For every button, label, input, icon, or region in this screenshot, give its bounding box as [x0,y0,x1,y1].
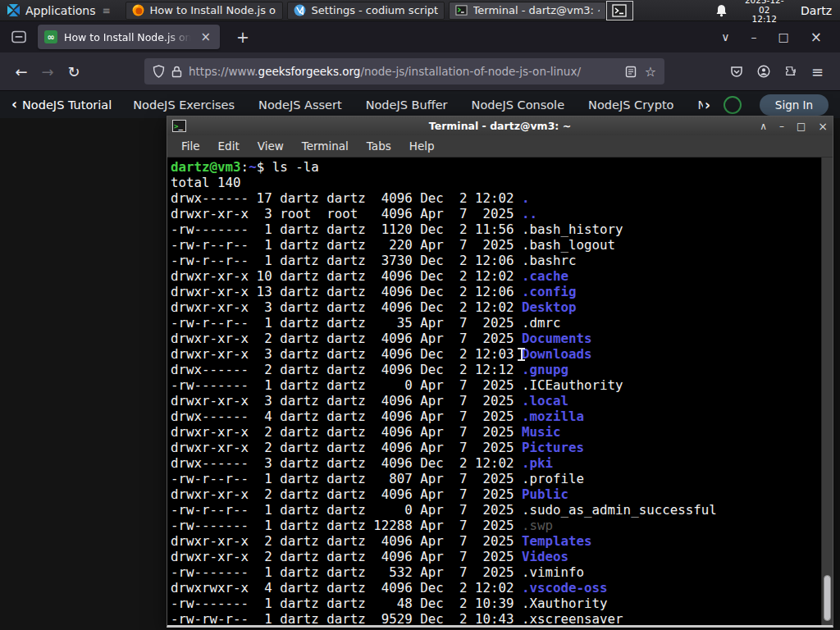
site-nav-link[interactable]: NodeJS Exercises [133,98,235,112]
ls-output-row: drwx------ 2 dartz dartz 4096 Dec 2 12:1… [171,362,819,377]
minimize-icon[interactable]: – [751,30,757,43]
ls-output-row: drwx------ 3 dartz dartz 4096 Dec 2 12:0… [171,455,819,471]
applications-menu-button[interactable]: Applications ≡ [0,0,117,21]
ls-output-row: drwxrwxr-x 4 dartz dartz 4096 Dec 2 12:0… [171,580,819,596]
ls-output-row: drwxr-xr-x 3 dartz dartz 4096 Apr 7 2025… [171,393,819,409]
terminal-menubar: FileEditViewTerminalTabsHelp [167,135,833,158]
maximize-icon[interactable]: □ [778,30,789,43]
window-list: How to Install Node.js o... Settings - c… [126,2,606,20]
ls-output-row: drwxr-xr-x 3 root root 4096 Apr 7 2025 .… [171,206,819,221]
bookmark-star-icon[interactable]: ☆ [645,64,656,80]
panel-clock[interactable]: 2025-12-02 12:12 [739,0,789,25]
terminal-menu-help[interactable]: Help [400,136,444,156]
ls-output-row: -rw-r--r-- 1 dartz dartz 35 Apr 7 2025 .… [171,315,819,331]
ls-output-row: drwxr-xr-x 13 dartz dartz 4096 Dec 2 12:… [171,284,819,299]
navigation-toolbar: ← → ↻ https://www.geeksforgeeks.org/node… [0,52,840,90]
ls-output-row: drwxr-xr-x 3 dartz dartz 4096 Dec 2 12:0… [171,299,819,315]
firefox-view-icon[interactable] [7,26,31,48]
taskbar-button-firefox[interactable]: How to Install Node.js o... [126,2,283,20]
system-tray: 2025-12-02 12:12 Dartz [606,0,840,25]
ls-output-row: -rw-r--r-- 1 dartz dartz 0 Apr 7 2025 .s… [171,502,819,518]
user-menu[interactable]: Dartz [801,4,833,17]
site-nav-link[interactable]: NodeJS Console [472,98,565,112]
close-icon[interactable]: × [818,120,828,133]
forward-button[interactable]: → [34,58,61,84]
ls-output-row: drwxr-xr-x 2 dartz dartz 4096 Apr 7 2025… [171,440,819,455]
ls-output-row: -rw------- 1 dartz dartz 12288 Apr 7 202… [171,518,819,533]
site-nav-link[interactable]: NodeJS Crypto [588,98,673,112]
list-tabs-icon[interactable]: ∨ [721,30,729,43]
tab-title: How to Install Node.js on [64,31,191,43]
notifications-bell-icon[interactable] [715,4,728,17]
terminal-prompt-line: dartz@vm3:~$ ls -la [171,159,819,175]
ls-output-row: -rw------- 1 dartz dartz 532 Apr 7 2025 … [171,564,819,580]
terminal-titlebar[interactable]: >_ Terminal - dartz@vm3: ~ ∧ – □ × [167,116,833,135]
ls-output-row: -rw-r--r-- 1 dartz dartz 807 Apr 7 2025 … [171,471,819,486]
back-button[interactable]: ← [8,58,34,84]
terminal-menu-file[interactable]: File [172,136,209,156]
ls-output-row: drwxr-xr-x 3 dartz dartz 4096 Dec 2 12:0… [171,346,819,362]
shade-icon[interactable]: ∧ [760,121,767,132]
terminal-body[interactable]: dartz@vm3:~$ ls -latotal 140drwx------ 1… [167,158,833,625]
chevron-right-icon[interactable]: › [705,97,710,113]
sign-in-button[interactable]: Sign In [760,94,829,116]
terminal-menu-view[interactable]: View [249,136,293,156]
taskbar-label: Terminal - dartz@vm3: ~ [473,4,600,16]
address-bar[interactable]: https://www.geeksforgeeks.org/node-js/in… [144,58,664,84]
reload-button[interactable]: ↻ [61,58,87,84]
terminal-scrollbar[interactable] [821,158,833,625]
site-nav-link[interactable]: NodeJS Assert [258,98,342,112]
ls-output-row: drwxr-xr-x 2 dartz dartz 4096 Apr 7 2025… [171,331,819,346]
site-nav-link[interactable]: NodeJS Buffer [366,98,448,112]
lock-icon[interactable] [171,66,182,78]
extensions-puzzle-icon[interactable] [784,65,797,78]
pocket-icon[interactable] [730,66,743,78]
search-icon[interactable] [724,96,742,114]
top-panel: Applications ≡ How to Install Node.js o.… [0,0,840,21]
ls-output-row: drwx------ 4 dartz dartz 4096 Apr 7 2025… [171,409,819,424]
site-nav-back-link[interactable]: ‹ NodeJS Tutorial [11,98,112,112]
toolbar-right-icons: ≡ [730,63,832,80]
clock-date: 2025-12-02 [739,0,789,15]
tab-nodejs-install[interactable]: ∞ How to Install Node.js on × [38,25,220,49]
terminal-window: >_ Terminal - dartz@vm3: ~ ∧ – □ × FileE… [167,116,833,628]
tracking-shield-icon[interactable] [153,65,165,78]
close-icon[interactable]: × [810,29,822,45]
ls-output-row: -rw------- 1 dartz dartz 1120 Dec 2 11:5… [171,221,819,237]
menu-indicator-icon: ≡ [103,5,111,16]
terminal-total-line: total 140 [171,175,819,190]
terminal-menu-tabs[interactable]: Tabs [358,136,400,156]
reader-mode-icon[interactable] [625,66,637,78]
ls-output-row: -rw-rw-r-- 1 dartz dartz 9529 Dec 2 10:4… [171,611,819,625]
ls-output-row: drwxr-xr-x 2 dartz dartz 4096 Apr 7 2025… [171,424,819,440]
terminal-menu-edit[interactable]: Edit [209,136,249,156]
applications-label: Applications [25,4,96,17]
new-tab-button[interactable]: + [230,28,256,46]
chevron-left-icon: ‹ [11,98,17,112]
taskbar-button-vscodium[interactable]: Settings - codium script... [287,2,445,20]
ls-output-row: drwxr-xr-x 10 dartz dartz 4096 Dec 2 12:… [171,268,819,284]
clock-time: 12:12 [739,15,789,25]
taskbar-label: How to Install Node.js o... [150,4,276,16]
terminal-output: dartz@vm3:~$ ls -latotal 140drwx------ 1… [171,159,819,625]
tab-close-icon[interactable]: × [198,30,213,44]
minimize-icon[interactable]: – [779,121,784,132]
ls-output-row: -rw------- 1 dartz dartz 48 Dec 2 10:39 … [171,596,819,611]
terminal-window-controls: ∧ – □ × [760,120,828,133]
terminal-title: Terminal - dartz@vm3: ~ [167,120,833,132]
app-menu-icon[interactable]: ≡ [811,63,824,80]
terminal-menu-terminal[interactable]: Terminal [293,136,358,156]
tray-terminal-icon[interactable] [606,1,634,21]
ls-output-row: -rw------- 1 dartz dartz 0 Apr 7 2025 .I… [171,377,819,393]
maximize-icon[interactable]: □ [797,121,806,132]
account-icon[interactable] [757,65,770,78]
url-text[interactable]: https://www.geeksforgeeks.org/node-js/in… [189,65,619,78]
distro-logo-icon [7,3,21,17]
scrollbar-thumb[interactable] [824,575,831,621]
vscodium-icon [294,4,306,16]
site-nav-link[interactable]: NodeJS DNS [697,98,703,112]
terminal-icon [455,4,468,16]
taskbar-button-terminal[interactable]: Terminal - dartz@vm3: ~ [449,2,606,20]
geeksforgeeks-favicon: ∞ [44,30,57,43]
ls-output-row: drwxr-xr-x 2 dartz dartz 4096 Apr 7 2025… [171,533,819,549]
